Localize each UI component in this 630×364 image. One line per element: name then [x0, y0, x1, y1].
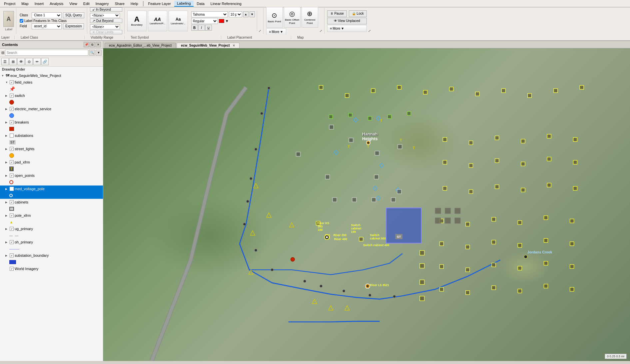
- expression-button[interactable]: Expression: [63, 23, 84, 29]
- contents-pin-button[interactable]: 📌: [84, 42, 89, 47]
- cabinets-checkbox[interactable]: [10, 200, 14, 204]
- list-by-source-button[interactable]: ⊞: [9, 58, 17, 65]
- oh-primary-checkbox[interactable]: [10, 240, 14, 244]
- tree-item-field-notes[interactable]: ▼ field_notes: [0, 79, 103, 86]
- basic-point-button[interactable]: ⊙ Basic Point: [266, 7, 283, 28]
- label-features-checkbox[interactable]: [20, 19, 23, 23]
- map-tab-1[interactable]: ecw_Agsadmin_Editor_...eb_View_Project: [105, 43, 176, 48]
- tree-item-ug-primary-sym[interactable]: — —: [0, 232, 103, 239]
- tree-item-cabinets-sym[interactable]: [0, 205, 103, 212]
- map-area[interactable]: ecw_Agsadmin_Editor_...eb_View_Project e…: [103, 41, 630, 361]
- tree-item-med-voltage-pole[interactable]: ▶ med_voltage_pole: [0, 185, 103, 192]
- placement-more-button[interactable]: ≡ More ▼: [266, 28, 287, 35]
- med-voltage-checkbox[interactable]: [10, 187, 14, 191]
- font-size-down-button[interactable]: ▼: [250, 11, 255, 17]
- italic-button[interactable]: I: [198, 25, 205, 31]
- menu-insert[interactable]: Insert: [32, 1, 47, 6]
- street-lights-checkbox[interactable]: [10, 147, 14, 151]
- tree-item-pole-xfrm-sym[interactable]: ▲: [0, 219, 103, 225]
- breakers-checkbox[interactable]: [10, 120, 14, 124]
- placement-expand-button[interactable]: ⤢: [319, 29, 322, 33]
- map-more-button[interactable]: ≡ More ▼: [327, 25, 367, 32]
- tree-item-street-lights-sym[interactable]: [0, 152, 103, 159]
- map-canvas[interactable]: ST: [103, 48, 630, 361]
- pad-xfrm-checkbox[interactable]: [10, 160, 14, 164]
- underline-button[interactable]: U: [205, 25, 212, 31]
- tree-item-root[interactable]: ▼ 🗺 ecw_SeguinWeb_View_Project: [0, 72, 103, 79]
- pole-xfrm-checkbox[interactable]: [10, 213, 14, 217]
- field-notes-checkbox[interactable]: [10, 80, 14, 84]
- tree-item-open-points-sym[interactable]: [0, 179, 103, 185]
- pause-button[interactable]: ⏸ Pause: [327, 10, 347, 17]
- list-by-snapping-button[interactable]: 🔗: [41, 58, 49, 65]
- bold-button[interactable]: B: [191, 25, 198, 31]
- view-unplaced-button[interactable]: 👁 View Unplaced: [327, 18, 367, 24]
- centered-point-button[interactable]: ⊕ Centered Point: [302, 7, 318, 28]
- lock-button[interactable]: 🔒 Lock: [349, 10, 367, 17]
- tree-item-switch-sym[interactable]: [0, 99, 103, 106]
- tree-item-oh-primary[interactable]: ▶ oh_primary: [0, 239, 103, 245]
- in-beyond-select[interactable]: <None>: [90, 13, 120, 18]
- menu-map[interactable]: Map: [19, 1, 31, 6]
- tree-item-pole-xfrm[interactable]: ▶ pole_xfrm: [0, 212, 103, 219]
- font-color-picker[interactable]: [219, 19, 224, 23]
- clear-limits-button[interactable]: ✕ Clear Limits: [90, 30, 122, 34]
- map-expand-button[interactable]: ⤢: [368, 29, 371, 33]
- list-by-drawing-order-button[interactable]: ☰: [1, 58, 9, 65]
- substation-boundary-checkbox[interactable]: [10, 253, 14, 257]
- tree-item-electric-meter-sym[interactable]: [0, 112, 103, 119]
- basic-offset-button[interactable]: ◎ Basic Offset Point: [284, 7, 301, 28]
- tree-item-pad-xfrm[interactable]: ▶ pad_xfrm: [0, 159, 103, 166]
- sql-query-button[interactable]: SQL Query: [63, 12, 84, 18]
- label-features-checkbox-label[interactable]: Label Features In This Class: [20, 19, 67, 23]
- menu-edit[interactable]: Edit: [81, 1, 92, 6]
- font-style-select[interactable]: Regular: [191, 18, 218, 24]
- search-input[interactable]: [5, 50, 88, 56]
- menu-imagery[interactable]: Imagery: [93, 1, 112, 6]
- tree-item-substation-boundary-sym[interactable]: [0, 259, 103, 265]
- tree-item-open-points[interactable]: ▶ open_points: [0, 172, 103, 179]
- tree-item-breakers[interactable]: ▶ breakers: [0, 119, 103, 126]
- world-imagery-checkbox[interactable]: [10, 267, 14, 271]
- contents-close-button[interactable]: ✕: [96, 42, 101, 47]
- map-tab-2[interactable]: ecw_SeguinWeb_View_Project ✕: [177, 43, 240, 48]
- menu-analysis[interactable]: Analysis: [47, 1, 66, 6]
- landmark-button[interactable]: Aa Landmark/...: [169, 11, 188, 31]
- search-filter-icon[interactable]: ⊟: [1, 51, 4, 55]
- menu-feature-layer[interactable]: Feature Layer: [146, 1, 174, 6]
- list-by-selection-button[interactable]: ⊙: [25, 58, 33, 65]
- menu-view[interactable]: View: [67, 1, 80, 6]
- field-select[interactable]: asset_id: [32, 23, 62, 29]
- menu-data[interactable]: Data: [194, 1, 207, 6]
- tree-item-world-imagery[interactable]: World Imagery: [0, 265, 103, 272]
- font-size-select[interactable]: 10 pt: [229, 11, 242, 17]
- tree-item-substations[interactable]: ▶ substations: [0, 132, 103, 139]
- open-points-checkbox[interactable]: [10, 174, 14, 178]
- list-by-editing-button[interactable]: ✏: [33, 58, 41, 65]
- color-dropdown-arrow[interactable]: ▼: [225, 19, 229, 23]
- tree-item-breakers-sym[interactable]: [0, 126, 103, 132]
- menu-labeling[interactable]: Labeling: [174, 1, 194, 7]
- substations-checkbox[interactable]: [10, 134, 14, 138]
- out-beyond-button[interactable]: ↗ Out Beyond: [90, 19, 122, 23]
- tree-item-switch[interactable]: ▶ switch: [0, 92, 103, 99]
- search-options-button[interactable]: ▼: [96, 50, 102, 56]
- tree-item-med-voltage-sym[interactable]: [0, 192, 103, 199]
- tree-item-substations-sym[interactable]: ST: [0, 139, 103, 146]
- menu-project[interactable]: Project: [1, 1, 18, 6]
- tree-item-cabinets[interactable]: ▶ cabinets: [0, 199, 103, 205]
- class-select[interactable]: Class 1: [32, 12, 62, 18]
- tree-item-ug-primary[interactable]: ▶ ug_primary: [0, 225, 103, 232]
- tree-item-field-notes-sym[interactable]: 📌: [0, 86, 103, 92]
- electric-meter-checkbox[interactable]: [10, 107, 14, 111]
- out-beyond-select[interactable]: <None>: [90, 24, 120, 29]
- switch-checkbox[interactable]: [10, 94, 14, 98]
- landform-button[interactable]: AA Landform/P...: [148, 11, 167, 31]
- in-beyond-button[interactable]: ↙ In Beyond: [90, 7, 122, 12]
- text-symbol-expand-button[interactable]: ⤢: [259, 29, 261, 33]
- list-by-visibility-button[interactable]: 👁: [17, 58, 25, 65]
- search-button[interactable]: 🔍: [89, 50, 95, 56]
- boundary-button[interactable]: A Boundary: [127, 11, 147, 31]
- menu-linear-referencing[interactable]: Linear Referencing: [208, 1, 244, 6]
- tree-item-oh-primary-sym[interactable]: ———: [0, 245, 103, 252]
